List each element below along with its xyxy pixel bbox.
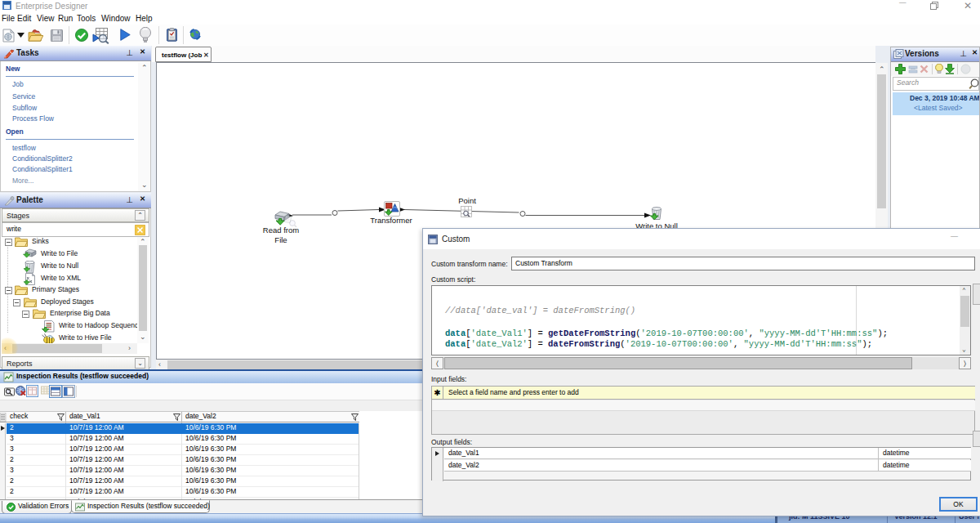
svg-text:Point: Point — [458, 196, 476, 205]
svg-text:Read from: Read from — [263, 226, 299, 235]
svg-text:File: File — [274, 235, 287, 244]
svg-text:Transformer: Transformer — [370, 216, 412, 225]
